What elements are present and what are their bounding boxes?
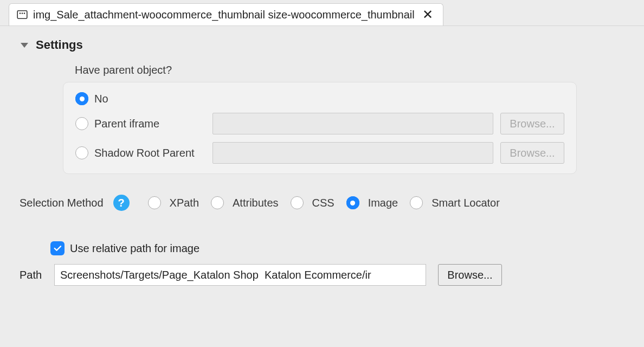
svg-point-1 bbox=[20, 12, 21, 14]
svg-point-3 bbox=[24, 12, 25, 14]
section-header[interactable]: Settings bbox=[20, 38, 624, 52]
svg-point-2 bbox=[22, 12, 23, 14]
radio-iframe-label: Parent iframe bbox=[94, 118, 211, 130]
tab-title: img_Sale_attachment-woocommerce_thumbnai… bbox=[33, 9, 415, 21]
shadow-root-browse-button: Browse... bbox=[500, 142, 564, 164]
radio-attributes[interactable] bbox=[211, 196, 224, 209]
radio-smart-locator[interactable] bbox=[410, 196, 423, 209]
image-path-row: Path Browse... bbox=[20, 264, 624, 286]
selection-method-label: Selection Method bbox=[20, 197, 104, 209]
path-label: Path bbox=[20, 269, 48, 281]
iframe-path-input bbox=[212, 113, 493, 134]
radio-image-label: Image bbox=[368, 197, 398, 209]
radio-xpath[interactable] bbox=[148, 196, 161, 209]
path-browse-button[interactable]: Browse... bbox=[438, 264, 502, 286]
radio-no-label: No bbox=[94, 93, 211, 105]
chevron-down-icon bbox=[21, 43, 28, 48]
selection-method-row: Selection Method ? XPath Attributes CSS … bbox=[20, 195, 624, 211]
parent-option-iframe[interactable]: Parent iframe Browse... bbox=[75, 113, 564, 134]
shadow-root-path-input bbox=[212, 142, 493, 164]
close-icon[interactable]: ✕ bbox=[420, 8, 435, 21]
radio-shadow-root-label: Shadow Root Parent bbox=[94, 147, 211, 159]
path-input[interactable] bbox=[54, 264, 426, 286]
selection-option-xpath[interactable]: XPath bbox=[148, 196, 199, 209]
parent-object-box: No Parent iframe Browse... Shadow Root P… bbox=[63, 82, 577, 174]
relative-path-row[interactable]: Use relative path for image bbox=[50, 241, 624, 255]
section-title: Settings bbox=[36, 38, 83, 52]
selection-option-css[interactable]: CSS bbox=[291, 196, 334, 209]
selection-option-smart-locator[interactable]: Smart Locator bbox=[410, 196, 500, 209]
document-tab[interactable]: img_Sale_attachment-woocommerce_thumbnai… bbox=[9, 3, 443, 25]
radio-css-label: CSS bbox=[312, 197, 334, 209]
radio-image[interactable] bbox=[346, 196, 359, 209]
radio-css[interactable] bbox=[291, 196, 304, 209]
selection-option-image[interactable]: Image bbox=[346, 196, 398, 209]
radio-attributes-label: Attributes bbox=[233, 197, 278, 209]
radio-smart-locator-label: Smart Locator bbox=[432, 197, 500, 209]
radio-shadow-root[interactable] bbox=[75, 146, 88, 159]
parent-object-label: Have parent object? bbox=[75, 64, 624, 76]
object-icon bbox=[17, 10, 28, 20]
help-icon[interactable]: ? bbox=[113, 195, 130, 211]
radio-iframe[interactable] bbox=[75, 117, 88, 130]
relative-path-checkbox[interactable] bbox=[50, 241, 65, 255]
selection-option-attributes[interactable]: Attributes bbox=[211, 196, 278, 209]
radio-xpath-label: XPath bbox=[170, 197, 199, 209]
settings-panel: Settings Have parent object? No Parent i… bbox=[0, 25, 644, 286]
iframe-browse-button: Browse... bbox=[500, 113, 564, 134]
checkmark-icon bbox=[53, 243, 62, 253]
radio-no[interactable] bbox=[75, 92, 88, 105]
parent-option-shadow-root[interactable]: Shadow Root Parent Browse... bbox=[75, 142, 564, 164]
parent-option-no[interactable]: No bbox=[75, 92, 564, 105]
svg-rect-0 bbox=[17, 11, 27, 18]
tab-bar: img_Sale_attachment-woocommerce_thumbnai… bbox=[0, 0, 644, 25]
relative-path-label: Use relative path for image bbox=[70, 242, 199, 255]
